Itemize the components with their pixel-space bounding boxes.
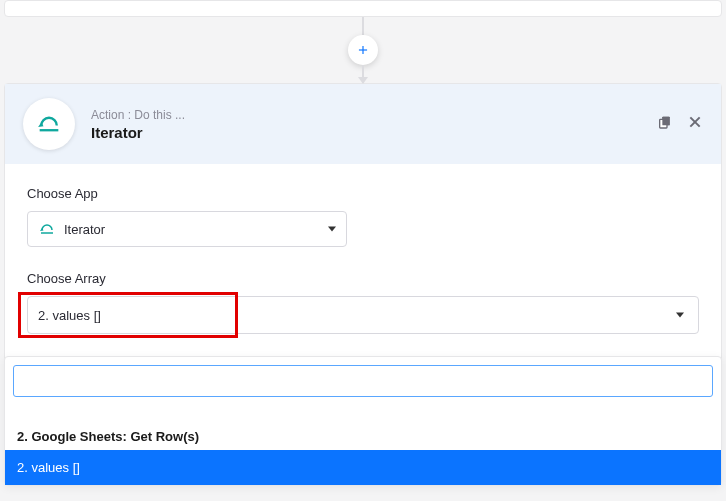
connector-arrow xyxy=(362,65,364,83)
previous-step-card xyxy=(4,0,722,17)
connector-line xyxy=(362,17,364,35)
dropdown-search-input[interactable] xyxy=(13,365,713,397)
choose-app-value: Iterator xyxy=(64,222,105,237)
header-title: Iterator xyxy=(91,124,657,141)
dropdown-item-values[interactable]: 2. values [] xyxy=(5,450,721,485)
card-header: Action : Do this ... Iterator xyxy=(5,84,721,164)
choose-array-value: 2. values [] xyxy=(28,308,101,323)
card-body: Choose App Iterator Choose Array 2. valu… xyxy=(5,164,721,364)
dropdown-group-header: 2. Google Sheets: Get Row(s) xyxy=(5,423,721,450)
svg-rect-6 xyxy=(662,117,669,126)
choose-array-label: Choose Array xyxy=(27,271,699,286)
iterator-app-icon xyxy=(23,98,75,150)
choose-app-label: Choose App xyxy=(27,186,699,201)
chevron-down-icon xyxy=(676,313,684,318)
iterator-mini-icon xyxy=(38,220,56,238)
copy-step-icon[interactable] xyxy=(657,114,673,134)
header-subtitle: Action : Do this ... xyxy=(91,108,657,122)
close-icon[interactable] xyxy=(687,114,703,134)
chevron-down-icon xyxy=(328,227,336,232)
choose-array-select[interactable]: 2. values [] xyxy=(27,296,699,334)
choose-app-select[interactable]: Iterator xyxy=(27,211,347,247)
array-dropdown-panel: 2. Google Sheets: Get Row(s) 2. values [… xyxy=(4,356,722,486)
header-text: Action : Do this ... Iterator xyxy=(91,108,657,141)
add-step-button[interactable] xyxy=(348,35,378,65)
action-card: Action : Do this ... Iterator Choose App… xyxy=(4,83,722,365)
